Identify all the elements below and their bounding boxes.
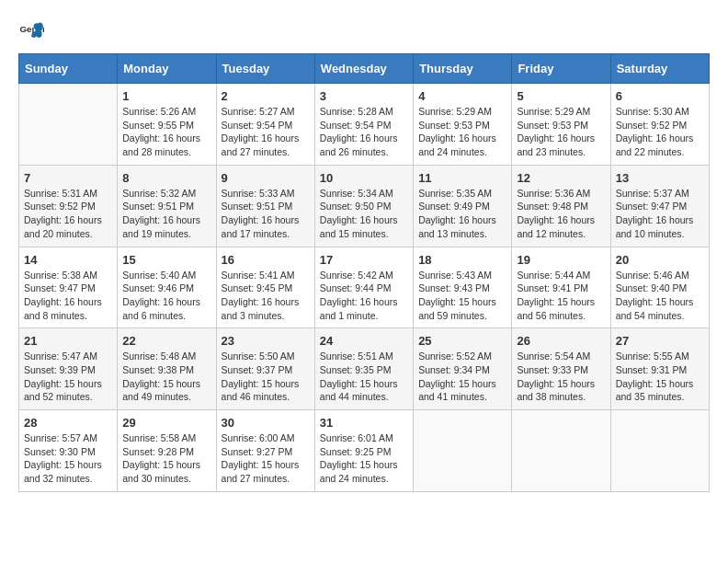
calendar-cell: 2Sunrise: 5:27 AM Sunset: 9:54 PM Daylig… bbox=[216, 84, 314, 166]
day-info: Sunrise: 6:00 AM Sunset: 9:27 PM Dayligh… bbox=[222, 431, 310, 486]
calendar-cell: 15Sunrise: 5:40 AM Sunset: 9:46 PM Dayli… bbox=[118, 247, 216, 328]
day-number: 26 bbox=[517, 334, 605, 348]
day-number: 28 bbox=[24, 416, 112, 430]
calendar-cell bbox=[414, 410, 512, 492]
day-number: 15 bbox=[122, 253, 210, 267]
day-info: Sunrise: 5:31 AM Sunset: 9:52 PM Dayligh… bbox=[24, 187, 112, 241]
calendar-cell: 30Sunrise: 6:00 AM Sunset: 9:27 PM Dayli… bbox=[216, 410, 314, 492]
week-row-3: 14Sunrise: 5:38 AM Sunset: 9:47 PM Dayli… bbox=[19, 247, 710, 328]
calendar-cell: 11Sunrise: 5:35 AM Sunset: 9:49 PM Dayli… bbox=[414, 165, 512, 247]
week-row-1: 1Sunrise: 5:26 AM Sunset: 9:55 PM Daylig… bbox=[19, 84, 710, 166]
column-header-friday: Friday bbox=[512, 54, 610, 84]
day-info: Sunrise: 5:29 AM Sunset: 9:53 PM Dayligh… bbox=[517, 105, 605, 159]
day-info: Sunrise: 5:26 AM Sunset: 9:55 PM Dayligh… bbox=[122, 105, 210, 159]
week-row-4: 21Sunrise: 5:47 AM Sunset: 9:39 PM Dayli… bbox=[19, 328, 710, 410]
day-info: Sunrise: 5:40 AM Sunset: 9:46 PM Dayligh… bbox=[122, 269, 210, 323]
day-number: 6 bbox=[616, 89, 704, 103]
day-info: Sunrise: 5:54 AM Sunset: 9:33 PM Dayligh… bbox=[517, 350, 605, 404]
calendar-cell: 23Sunrise: 5:50 AM Sunset: 9:37 PM Dayli… bbox=[216, 328, 314, 410]
week-row-2: 7Sunrise: 5:31 AM Sunset: 9:52 PM Daylig… bbox=[19, 165, 710, 247]
day-number: 18 bbox=[418, 253, 506, 267]
day-number: 25 bbox=[418, 334, 506, 348]
day-info: Sunrise: 5:55 AM Sunset: 9:31 PM Dayligh… bbox=[616, 350, 704, 404]
day-number: 2 bbox=[222, 89, 310, 103]
calendar-cell: 9Sunrise: 5:33 AM Sunset: 9:51 PM Daylig… bbox=[216, 165, 314, 247]
day-number: 10 bbox=[320, 171, 408, 185]
day-info: Sunrise: 5:38 AM Sunset: 9:47 PM Dayligh… bbox=[24, 269, 112, 323]
day-number: 30 bbox=[222, 416, 310, 430]
day-info: Sunrise: 5:36 AM Sunset: 9:48 PM Dayligh… bbox=[517, 187, 605, 241]
day-info: Sunrise: 5:33 AM Sunset: 9:51 PM Dayligh… bbox=[222, 187, 310, 241]
day-number: 31 bbox=[320, 416, 408, 430]
day-number: 8 bbox=[122, 171, 210, 185]
column-header-thursday: Thursday bbox=[414, 54, 512, 84]
day-number: 3 bbox=[320, 89, 408, 103]
logo-icon: General bbox=[18, 18, 44, 44]
day-number: 29 bbox=[122, 416, 210, 430]
day-info: Sunrise: 5:27 AM Sunset: 9:54 PM Dayligh… bbox=[222, 105, 310, 159]
day-info: Sunrise: 5:35 AM Sunset: 9:49 PM Dayligh… bbox=[418, 187, 506, 241]
day-number: 5 bbox=[517, 89, 605, 103]
day-info: Sunrise: 5:46 AM Sunset: 9:40 PM Dayligh… bbox=[616, 269, 704, 323]
day-info: Sunrise: 5:48 AM Sunset: 9:38 PM Dayligh… bbox=[122, 350, 210, 404]
calendar-cell: 5Sunrise: 5:29 AM Sunset: 9:53 PM Daylig… bbox=[512, 84, 610, 166]
logo: General bbox=[18, 18, 48, 44]
calendar-cell bbox=[19, 84, 118, 166]
column-header-saturday: Saturday bbox=[610, 54, 709, 84]
calendar-cell: 4Sunrise: 5:29 AM Sunset: 9:53 PM Daylig… bbox=[414, 84, 512, 166]
day-number: 21 bbox=[24, 334, 112, 348]
day-number: 19 bbox=[517, 253, 605, 267]
day-info: Sunrise: 5:51 AM Sunset: 9:35 PM Dayligh… bbox=[320, 350, 408, 404]
day-number: 7 bbox=[24, 171, 112, 185]
calendar-cell: 24Sunrise: 5:51 AM Sunset: 9:35 PM Dayli… bbox=[314, 328, 413, 410]
calendar-cell: 29Sunrise: 5:58 AM Sunset: 9:28 PM Dayli… bbox=[118, 410, 216, 492]
day-info: Sunrise: 5:47 AM Sunset: 9:39 PM Dayligh… bbox=[24, 350, 112, 404]
day-number: 24 bbox=[320, 334, 408, 348]
day-info: Sunrise: 5:43 AM Sunset: 9:43 PM Dayligh… bbox=[418, 269, 506, 323]
day-number: 9 bbox=[222, 171, 310, 185]
day-number: 20 bbox=[616, 253, 704, 267]
column-header-tuesday: Tuesday bbox=[216, 54, 314, 84]
calendar-cell: 10Sunrise: 5:34 AM Sunset: 9:50 PM Dayli… bbox=[314, 165, 413, 247]
day-number: 23 bbox=[222, 334, 310, 348]
column-header-monday: Monday bbox=[118, 54, 216, 84]
day-number: 16 bbox=[222, 253, 310, 267]
day-number: 27 bbox=[616, 334, 704, 348]
calendar-cell: 6Sunrise: 5:30 AM Sunset: 9:52 PM Daylig… bbox=[610, 84, 709, 166]
day-info: Sunrise: 5:50 AM Sunset: 9:37 PM Dayligh… bbox=[222, 350, 310, 404]
day-number: 14 bbox=[24, 253, 112, 267]
day-info: Sunrise: 5:28 AM Sunset: 9:54 PM Dayligh… bbox=[320, 105, 408, 159]
calendar-cell: 3Sunrise: 5:28 AM Sunset: 9:54 PM Daylig… bbox=[314, 84, 413, 166]
day-number: 13 bbox=[616, 171, 704, 185]
day-info: Sunrise: 5:58 AM Sunset: 9:28 PM Dayligh… bbox=[122, 431, 210, 486]
calendar-cell: 27Sunrise: 5:55 AM Sunset: 9:31 PM Dayli… bbox=[610, 328, 709, 410]
day-number: 11 bbox=[418, 171, 506, 185]
day-number: 1 bbox=[122, 89, 210, 103]
calendar-cell: 31Sunrise: 6:01 AM Sunset: 9:25 PM Dayli… bbox=[314, 410, 413, 492]
day-info: Sunrise: 5:41 AM Sunset: 9:45 PM Dayligh… bbox=[222, 269, 310, 323]
calendar-cell: 26Sunrise: 5:54 AM Sunset: 9:33 PM Dayli… bbox=[512, 328, 610, 410]
day-number: 12 bbox=[517, 171, 605, 185]
day-info: Sunrise: 5:32 AM Sunset: 9:51 PM Dayligh… bbox=[122, 187, 210, 241]
calendar-cell: 22Sunrise: 5:48 AM Sunset: 9:38 PM Dayli… bbox=[118, 328, 216, 410]
day-info: Sunrise: 6:01 AM Sunset: 9:25 PM Dayligh… bbox=[320, 431, 408, 486]
calendar-cell: 21Sunrise: 5:47 AM Sunset: 9:39 PM Dayli… bbox=[19, 328, 118, 410]
calendar-cell: 7Sunrise: 5:31 AM Sunset: 9:52 PM Daylig… bbox=[19, 165, 118, 247]
day-info: Sunrise: 5:44 AM Sunset: 9:41 PM Dayligh… bbox=[517, 269, 605, 323]
calendar-cell: 12Sunrise: 5:36 AM Sunset: 9:48 PM Dayli… bbox=[512, 165, 610, 247]
calendar-cell bbox=[610, 410, 709, 492]
column-header-sunday: Sunday bbox=[19, 54, 118, 84]
calendar-cell: 16Sunrise: 5:41 AM Sunset: 9:45 PM Dayli… bbox=[216, 247, 314, 328]
calendar-cell: 25Sunrise: 5:52 AM Sunset: 9:34 PM Dayli… bbox=[414, 328, 512, 410]
day-info: Sunrise: 5:57 AM Sunset: 9:30 PM Dayligh… bbox=[24, 431, 112, 486]
day-info: Sunrise: 5:34 AM Sunset: 9:50 PM Dayligh… bbox=[320, 187, 408, 241]
calendar-cell: 17Sunrise: 5:42 AM Sunset: 9:44 PM Dayli… bbox=[314, 247, 413, 328]
day-info: Sunrise: 5:30 AM Sunset: 9:52 PM Dayligh… bbox=[616, 105, 704, 159]
calendar-cell: 28Sunrise: 5:57 AM Sunset: 9:30 PM Dayli… bbox=[19, 410, 118, 492]
calendar-cell: 8Sunrise: 5:32 AM Sunset: 9:51 PM Daylig… bbox=[118, 165, 216, 247]
day-info: Sunrise: 5:37 AM Sunset: 9:47 PM Dayligh… bbox=[616, 187, 704, 241]
calendar-cell: 18Sunrise: 5:43 AM Sunset: 9:43 PM Dayli… bbox=[414, 247, 512, 328]
day-info: Sunrise: 5:29 AM Sunset: 9:53 PM Dayligh… bbox=[418, 105, 506, 159]
calendar-header-row: SundayMondayTuesdayWednesdayThursdayFrid… bbox=[19, 54, 710, 84]
page-header: General bbox=[18, 18, 710, 44]
